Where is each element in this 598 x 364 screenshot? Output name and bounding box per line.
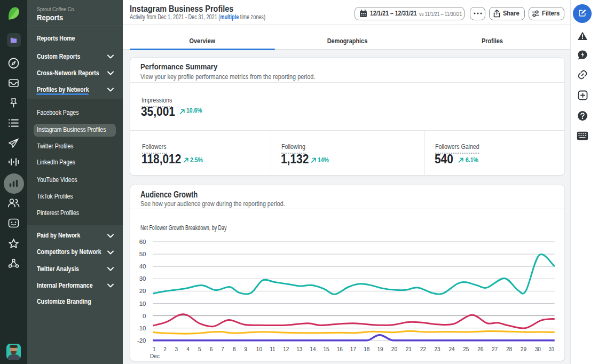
svg-text:16: 16	[337, 346, 343, 352]
svg-text:7: 7	[221, 346, 224, 352]
svg-text:10: 10	[256, 346, 263, 352]
svg-text:2: 2	[163, 346, 167, 352]
svg-text:1: 1	[153, 346, 156, 352]
svg-text:50: 50	[139, 251, 146, 257]
svg-text:21: 21	[406, 346, 412, 352]
svg-text:30: 30	[535, 346, 541, 352]
svg-text:19: 19	[377, 346, 383, 352]
svg-text:30: 30	[139, 275, 146, 282]
svg-text:25: 25	[463, 346, 469, 352]
svg-text:12: 12	[283, 346, 289, 352]
svg-text:40: 40	[139, 263, 146, 270]
svg-text:23: 23	[435, 346, 441, 352]
svg-text:3: 3	[175, 346, 178, 352]
svg-text:13: 13	[296, 346, 303, 352]
svg-text:-20: -20	[137, 337, 146, 344]
svg-text:8: 8	[233, 346, 236, 352]
svg-text:Dec: Dec	[150, 353, 160, 359]
svg-text:6: 6	[210, 346, 213, 352]
svg-text:28: 28	[506, 346, 513, 352]
svg-text:29: 29	[521, 346, 527, 352]
svg-text:27: 27	[492, 346, 498, 352]
svg-text:0: 0	[143, 313, 146, 319]
svg-text:4: 4	[186, 346, 190, 352]
svg-text:20: 20	[391, 346, 398, 352]
svg-text:18: 18	[364, 346, 370, 352]
svg-text:17: 17	[350, 346, 357, 352]
svg-text:10: 10	[139, 300, 146, 307]
svg-text:26: 26	[477, 346, 484, 352]
svg-text:-10: -10	[137, 325, 146, 331]
svg-text:22: 22	[420, 346, 427, 352]
svg-text:9: 9	[244, 346, 247, 352]
svg-text:11: 11	[270, 346, 276, 352]
svg-text:31: 31	[548, 346, 555, 352]
svg-text:20: 20	[139, 288, 146, 294]
svg-text:14: 14	[310, 346, 316, 352]
svg-text:15: 15	[324, 346, 330, 352]
svg-text:5: 5	[198, 346, 201, 352]
svg-text:60: 60	[139, 239, 146, 245]
svg-text:24: 24	[448, 346, 455, 352]
